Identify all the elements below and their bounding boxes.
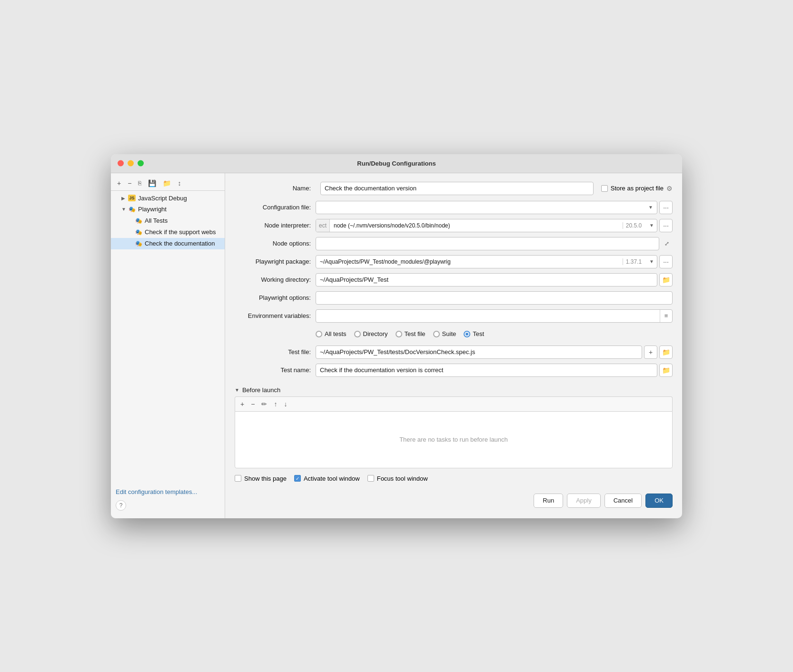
close-button[interactable] (118, 160, 124, 167)
apply-button[interactable]: Apply (567, 494, 601, 508)
playwright-package-label: Playwright package: (235, 258, 316, 265)
arrow-icon: ▶ (121, 196, 128, 201)
playwright-options-control (316, 291, 673, 305)
help-button[interactable]: ? (116, 500, 126, 511)
copy-config-button[interactable]: ⎘ (136, 178, 144, 188)
env-variables-input[interactable] (316, 312, 660, 319)
playwright-package-control: ~/AquaProjects/PW_Test/node_modules/@pla… (316, 255, 673, 268)
edit-config-link[interactable]: Edit configuration templates... (111, 484, 225, 500)
node-type-badge: ect (316, 219, 330, 232)
test-file-label: Test file: (235, 348, 316, 356)
before-launch-down-button[interactable]: ↓ (281, 399, 289, 409)
test-name-input[interactable] (316, 364, 657, 377)
radio-directory-indicator (354, 331, 361, 337)
working-directory-label: Working directory: (235, 276, 316, 283)
config-file-control: ▼ ··· (316, 201, 673, 214)
before-launch-arrow: ▼ (235, 387, 239, 393)
node-options-row: Node options: ⤢ (235, 237, 673, 250)
node-options-input[interactable] (316, 237, 659, 250)
dialog-title: Run/Debug Configurations (357, 160, 436, 167)
before-launch-empty-text: There are no tasks to run before launch (399, 436, 508, 443)
radio-suite[interactable]: Suite (433, 330, 456, 337)
before-launch-section[interactable]: ▼ Before launch (235, 386, 673, 394)
test-name-browse-button[interactable]: 📁 (659, 364, 673, 377)
focus-window-option[interactable]: Focus tool window (367, 475, 428, 482)
env-variables-expand-button[interactable]: ≡ (660, 310, 672, 322)
env-variables-field[interactable]: ≡ (316, 309, 673, 323)
sidebar-item-check-support[interactable]: 🎭 Check if the support webs (111, 227, 225, 238)
dialog: Run/Debug Configurations + − ⎘ 💾 📁 ↕ ▶ J… (111, 154, 682, 518)
test-file-add-button[interactable]: + (644, 346, 657, 359)
working-directory-input[interactable] (316, 273, 657, 287)
maximize-button[interactable] (138, 160, 144, 167)
sidebar-label-check-support: Check if the support webs (145, 228, 216, 236)
radio-test-file[interactable]: Test file (396, 330, 426, 337)
radio-directory-label: Directory (363, 330, 388, 337)
show-page-checkbox[interactable] (235, 475, 241, 482)
before-launch-up-button[interactable]: ↑ (271, 399, 279, 409)
config-file-select[interactable]: ▼ (316, 201, 657, 214)
gear-icon[interactable]: ⚙ (666, 185, 673, 192)
before-launch-remove-button[interactable]: − (248, 399, 257, 409)
show-page-option[interactable]: Show this page (235, 475, 287, 482)
focus-window-checkbox[interactable] (367, 475, 374, 482)
playwright-arrow-icon: ▼ (121, 207, 128, 212)
name-input[interactable] (320, 182, 594, 195)
show-page-label: Show this page (244, 475, 287, 482)
node-interpreter-select[interactable]: ect node (~/.nvm/versions/node/v20.5.0/b… (316, 219, 657, 232)
sidebar-item-js-debug[interactable]: ▶ JS JavaScript Debug (111, 193, 225, 204)
activate-window-checkbox[interactable]: ✓ (294, 475, 301, 482)
activate-window-option[interactable]: ✓ Activate tool window (294, 475, 360, 482)
node-options-expand-button[interactable]: ⤢ (661, 238, 673, 249)
working-directory-row: Working directory: 📁 (235, 273, 673, 287)
node-options-control: ⤢ (316, 237, 673, 250)
test-file-browse-button[interactable]: 📁 (659, 346, 673, 359)
minimize-button[interactable] (128, 160, 134, 167)
node-interpreter-browse-button[interactable]: ··· (659, 219, 673, 232)
store-as-project-label: Store as project file (611, 185, 664, 192)
radio-suite-indicator (433, 331, 440, 337)
sidebar-item-all-tests[interactable]: 🎭 All Tests (111, 215, 225, 227)
env-variables-row: Environment variables: ≡ (235, 309, 673, 323)
radio-test[interactable]: Test (464, 330, 484, 337)
playwright-path-text: ~/AquaProjects/PW_Test/node_modules/@pla… (316, 258, 623, 265)
before-launch-content: There are no tasks to run before launch (235, 411, 673, 468)
save-config-button[interactable]: 💾 (146, 178, 159, 188)
radio-directory[interactable]: Directory (354, 330, 388, 337)
test-file-input[interactable] (316, 346, 642, 359)
remove-config-button[interactable]: − (125, 178, 134, 188)
cancel-button[interactable]: Cancel (605, 494, 642, 508)
test-name-label: Test name: (235, 366, 316, 374)
all-tests-icon: 🎭 (135, 217, 142, 225)
radio-test-file-indicator (396, 331, 402, 337)
test-scope-row: All tests Directory Test file Suite (235, 327, 673, 341)
playwright-package-browse-button[interactable]: ··· (659, 255, 673, 268)
sidebar-item-playwright-group[interactable]: ▼ 🎭 Playwright (111, 204, 225, 215)
node-interpreter-row: Node interpreter: ect node (~/.nvm/versi… (235, 219, 673, 232)
ok-button[interactable]: OK (645, 494, 673, 508)
sort-button[interactable]: ↕ (175, 178, 183, 188)
node-options-label: Node options: (235, 240, 316, 247)
playwright-package-select[interactable]: ~/AquaProjects/PW_Test/node_modules/@pla… (316, 255, 657, 268)
config-file-browse-button[interactable]: ··· (659, 201, 673, 214)
check-docs-icon: 🎭 (135, 240, 142, 247)
activate-window-label: Activate tool window (304, 475, 360, 482)
sidebar-item-check-docs[interactable]: 🎭 Check the documentation (111, 238, 225, 249)
playwright-options-input[interactable] (316, 291, 673, 305)
radio-all-tests[interactable]: All tests (316, 330, 347, 337)
content: + − ⎘ 💾 📁 ↕ ▶ JS JavaScript Debug ▼ 🎭 Pl… (111, 173, 682, 518)
test-file-row: Test file: + 📁 (235, 346, 673, 359)
working-directory-browse-button[interactable]: 📁 (659, 273, 673, 287)
add-config-button[interactable]: + (115, 178, 123, 188)
window-controls (118, 160, 144, 167)
before-launch-add-button[interactable]: + (238, 399, 247, 409)
new-folder-button[interactable]: 📁 (160, 178, 173, 188)
store-as-project-checkbox[interactable] (601, 185, 608, 192)
node-version: 20.5.0 (623, 222, 644, 229)
before-launch-edit-button[interactable]: ✏ (259, 399, 269, 409)
run-button[interactable]: Run (534, 494, 563, 508)
node-path-text: node (~/.nvm/versions/node/v20.5.0/bin/n… (330, 222, 623, 229)
playwright-options-row: Playwright options: (235, 291, 673, 305)
radio-test-indicator (464, 331, 470, 337)
working-directory-control: 📁 (316, 273, 673, 287)
